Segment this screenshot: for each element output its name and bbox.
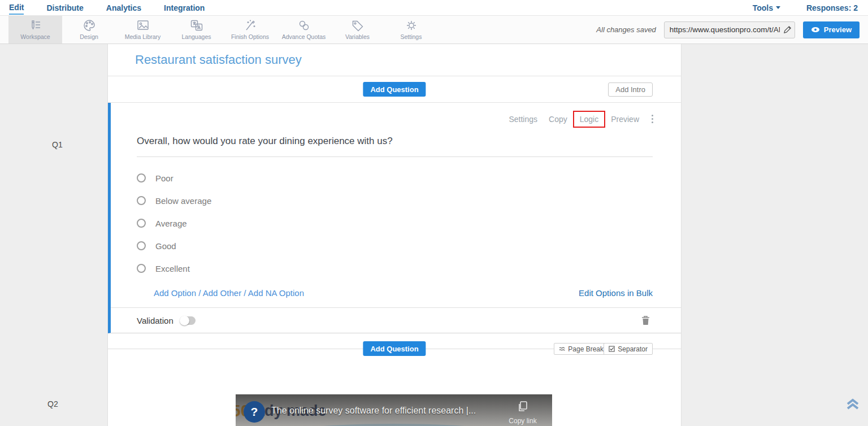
add-other-link[interactable]: Add Other: [203, 288, 241, 298]
share-url-input[interactable]: [664, 21, 795, 38]
separator-button[interactable]: Separator: [604, 343, 653, 355]
scroll-to-top-icon[interactable]: [845, 397, 860, 411]
radio-icon[interactable]: [137, 241, 146, 250]
edit-options-in-bulk-link[interactable]: Edit Options in Bulk: [579, 288, 653, 298]
editor-toolbar: Workspace Design Media Library Languages…: [0, 16, 868, 44]
toolbar-item-label: Languages: [182, 33, 211, 40]
validation-row: Validation: [111, 307, 681, 333]
toolbar-item-label: Design: [80, 33, 98, 40]
separator-label: Separator: [618, 345, 648, 353]
save-status: All changes saved: [596, 25, 656, 34]
questionpro-logo-avatar[interactable]: ?: [244, 401, 265, 423]
survey-title-block: Restaurant satisfaction survey: [108, 44, 681, 76]
radio-icon[interactable]: [137, 196, 146, 205]
answer-option[interactable]: Average: [137, 212, 653, 234]
page-break-button[interactable]: Page Break: [554, 343, 609, 355]
radio-icon[interactable]: [137, 264, 146, 273]
toolbar-item-label: Workspace: [20, 33, 50, 40]
question-body: Overall, how would you rate your dining …: [111, 103, 681, 298]
question-number-q2: Q2: [47, 399, 58, 408]
survey-title[interactable]: Restaurant satisfaction survey: [135, 53, 302, 67]
question-settings-button[interactable]: Settings: [509, 115, 537, 124]
toolbar-item-settings[interactable]: Settings: [384, 16, 438, 44]
translate-icon: [190, 19, 203, 32]
add-question-button-top[interactable]: Add Question: [363, 82, 426, 97]
question-preview-button[interactable]: Preview: [611, 115, 639, 124]
add-na-option-link[interactable]: Add NA Option: [248, 288, 304, 298]
answer-option[interactable]: Excellent: [137, 257, 653, 280]
tag-icon: [351, 19, 364, 32]
toolbar-item-label: Variables: [345, 33, 370, 40]
add-option-links: Add Option / Add Other / Add NA Option: [154, 288, 304, 298]
video-title[interactable]: The online survey software for efficient…: [271, 406, 476, 416]
link-separator: /: [244, 288, 246, 298]
question-number-q1: Q1: [52, 140, 63, 149]
add-option-link[interactable]: Add Option: [154, 288, 196, 298]
answer-option[interactable]: Good: [137, 234, 653, 257]
video-embed[interactable]: 50 ady made ? The online survey software…: [236, 394, 552, 426]
answer-option-list: Poor Below average Average Good: [137, 167, 653, 280]
toolbar-item-finish-options[interactable]: Finish Options: [223, 16, 277, 44]
answer-option-label: Below average: [155, 196, 211, 206]
separator-checkbox-icon: [609, 346, 615, 352]
responses-link[interactable]: Responses: 2: [806, 3, 858, 12]
add-question-row-between: Add Question Page Break Separator: [108, 333, 681, 362]
validation-toggle[interactable]: [180, 316, 196, 325]
toolbar-item-label: Finish Options: [231, 33, 269, 40]
question-actions: Settings Copy Logic Preview: [509, 114, 654, 124]
toolbar-item-workspace[interactable]: Workspace: [8, 16, 62, 44]
question-more-menu-icon[interactable]: [650, 114, 654, 124]
question-copy-button[interactable]: Copy: [549, 115, 567, 124]
answer-option-label: Good: [155, 241, 176, 251]
question-card-q1: Settings Copy Logic Preview Overall, how…: [108, 103, 681, 333]
survey-canvas: Restaurant satisfaction survey Add Quest…: [107, 44, 682, 426]
copy-icon: [518, 401, 528, 412]
wand-icon: [244, 19, 257, 32]
radio-icon[interactable]: [137, 173, 146, 182]
validation-label: Validation: [137, 316, 173, 325]
video-copy-link[interactable]: Copy link: [506, 401, 540, 425]
question-card-q2: 50 ady made ? The online survey software…: [108, 362, 681, 426]
edit-pencil-icon[interactable]: [783, 25, 792, 34]
question-text[interactable]: Overall, how would you rate your dining …: [137, 136, 653, 157]
toolbar-item-variables[interactable]: Variables: [331, 16, 384, 44]
question-logic-button[interactable]: Logic: [573, 111, 605, 128]
nav-right: Tools Responses: 2: [753, 0, 858, 15]
toolbar-item-label: Media Library: [125, 33, 161, 40]
option-links-row: Add Option / Add Other / Add NA Option E…: [137, 288, 653, 298]
toolbar-item-label: Settings: [401, 33, 422, 40]
nav-tab-analytics[interactable]: Analytics: [106, 2, 141, 14]
workspace-icon: [29, 19, 42, 32]
tools-dropdown[interactable]: Tools: [753, 3, 780, 12]
top-nav: Edit Distribute Analytics Integration To…: [0, 0, 868, 16]
preview-button[interactable]: Preview: [803, 21, 860, 38]
tools-label: Tools: [753, 3, 773, 12]
nav-links: Edit Distribute Analytics Integration: [9, 0, 205, 15]
trash-icon[interactable]: [641, 315, 650, 325]
answer-option[interactable]: Poor: [137, 167, 653, 189]
toolbar-right: All changes saved Preview: [596, 16, 860, 44]
add-question-row-top: Add Question Add Intro: [108, 76, 681, 103]
add-intro-button[interactable]: Add Intro: [608, 82, 653, 97]
radio-icon[interactable]: [137, 219, 146, 228]
eye-icon: [811, 27, 820, 33]
answer-option[interactable]: Below average: [137, 189, 653, 212]
answer-option-label: Poor: [155, 173, 173, 183]
toolbar-item-design[interactable]: Design: [62, 16, 116, 44]
nav-tab-integration[interactable]: Integration: [164, 2, 205, 14]
gear-icon: [405, 19, 418, 32]
nav-tab-distribute[interactable]: Distribute: [46, 2, 83, 14]
chain-links-icon: [297, 19, 311, 32]
answer-option-label: Excellent: [155, 264, 190, 273]
toolbar-item-advance-quotas[interactable]: Advance Quotas: [277, 16, 331, 44]
image-icon: [136, 19, 150, 32]
toolbar-item-media-library[interactable]: Media Library: [116, 16, 170, 44]
copy-link-label: Copy link: [506, 417, 540, 425]
add-question-button-between[interactable]: Add Question: [363, 341, 426, 356]
nav-tab-edit[interactable]: Edit: [9, 1, 24, 15]
share-url-box: [664, 21, 795, 38]
toolbar-item-languages[interactable]: Languages: [170, 16, 223, 44]
answer-option-label: Average: [155, 219, 187, 228]
preview-label: Preview: [824, 25, 852, 34]
page-break-label: Page Break: [568, 345, 604, 353]
